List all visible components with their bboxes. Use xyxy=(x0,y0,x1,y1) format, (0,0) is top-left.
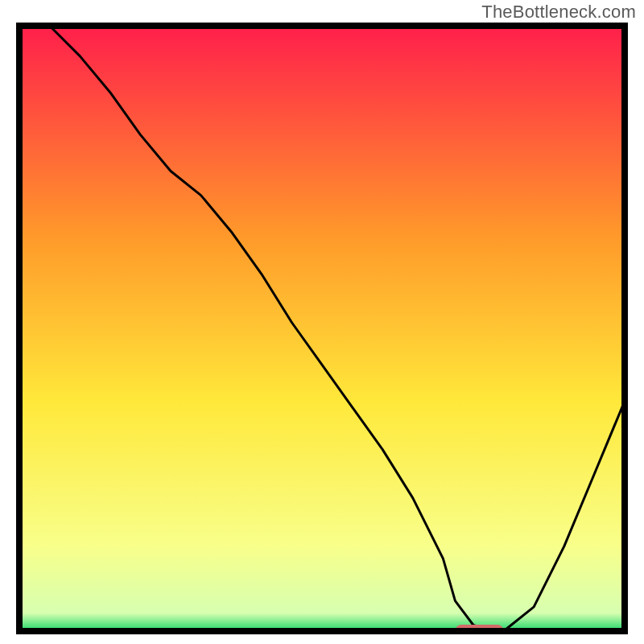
watermark-text: TheBottleneck.com xyxy=(481,2,636,23)
bottleneck-chart xyxy=(16,23,628,634)
chart-svg xyxy=(16,23,628,634)
gradient-background xyxy=(19,26,625,631)
